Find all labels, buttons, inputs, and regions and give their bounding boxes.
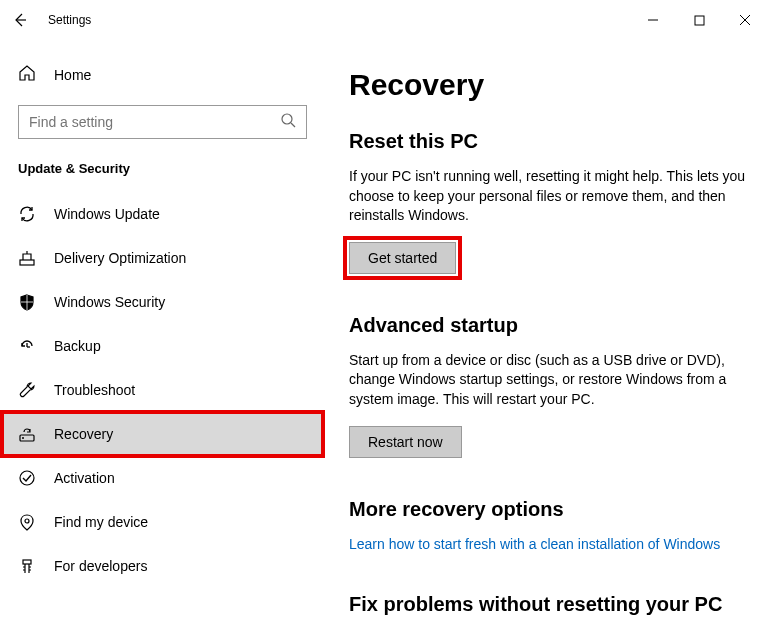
maximize-icon [694, 15, 705, 26]
home-label: Home [54, 67, 91, 83]
section-title: Advanced startup [349, 314, 749, 337]
sidebar-item-label: Delivery Optimization [54, 250, 186, 266]
window-title: Settings [48, 13, 91, 27]
backup-icon [18, 337, 36, 355]
content-area: Recovery Reset this PC If your PC isn't … [325, 40, 777, 634]
button-label: Restart now [368, 434, 443, 450]
section-more-recovery: More recovery options Learn how to start… [349, 498, 749, 553]
home-icon [18, 64, 36, 85]
section-description: Start up from a device or disc (such as … [349, 351, 749, 410]
svg-point-12 [25, 519, 29, 523]
shield-icon [18, 293, 36, 311]
sidebar-item-label: Windows Update [54, 206, 160, 222]
search-icon [280, 112, 296, 132]
close-icon [739, 14, 751, 26]
sidebar-item-label: Backup [54, 338, 101, 354]
sidebar-item-activation[interactable]: Activation [4, 456, 321, 500]
recovery-icon [18, 425, 36, 443]
sidebar-item-label: Windows Security [54, 294, 165, 310]
sidebar-item-label: Recovery [54, 426, 113, 442]
search-box[interactable] [18, 105, 307, 139]
back-button[interactable] [8, 8, 32, 32]
section-title: More recovery options [349, 498, 749, 521]
section-advanced-startup: Advanced startup Start up from a device … [349, 314, 749, 458]
minimize-button[interactable] [639, 6, 667, 34]
fresh-install-link[interactable]: Learn how to start fresh with a clean in… [349, 536, 720, 552]
svg-rect-13 [23, 560, 31, 564]
svg-point-11 [20, 471, 34, 485]
sidebar-item-label: For developers [54, 558, 147, 574]
check-circle-icon [18, 469, 36, 487]
sidebar-item-windows-security[interactable]: Windows Security [4, 280, 321, 324]
home-nav[interactable]: Home [4, 56, 321, 93]
sidebar-item-label: Troubleshoot [54, 382, 135, 398]
sidebar-item-backup[interactable]: Backup [4, 324, 321, 368]
sidebar-item-label: Activation [54, 470, 115, 486]
svg-point-10 [22, 437, 24, 439]
sidebar-item-recovery[interactable]: Recovery [4, 412, 321, 456]
get-started-button[interactable]: Get started [349, 242, 456, 274]
section-title: Fix problems without resetting your PC [349, 593, 749, 616]
close-button[interactable] [731, 6, 759, 34]
sidebar-item-delivery-optimization[interactable]: Delivery Optimization [4, 236, 321, 280]
sidebar-item-troubleshoot[interactable]: Troubleshoot [4, 368, 321, 412]
svg-rect-1 [695, 16, 704, 25]
sidebar-item-label: Find my device [54, 514, 148, 530]
category-header: Update & Security [4, 161, 321, 192]
search-input[interactable] [29, 114, 280, 130]
button-label: Get started [368, 250, 437, 266]
sidebar-item-for-developers[interactable]: For developers [4, 544, 321, 588]
restart-now-button[interactable]: Restart now [349, 426, 462, 458]
section-fix-problems: Fix problems without resetting your PC [349, 593, 749, 616]
svg-rect-6 [20, 260, 34, 265]
section-title: Reset this PC [349, 130, 749, 153]
wrench-icon [18, 381, 36, 399]
sidebar: Home Update & Security Windows Update De… [0, 40, 325, 634]
section-description: If your PC isn't running well, resetting… [349, 167, 749, 226]
svg-point-4 [282, 114, 292, 124]
sync-icon [18, 205, 36, 223]
titlebar: Settings [0, 0, 777, 40]
developers-icon [18, 557, 36, 575]
svg-line-5 [291, 123, 295, 127]
annotation-highlight [0, 410, 325, 458]
arrow-left-icon [12, 12, 28, 28]
sidebar-item-find-my-device[interactable]: Find my device [4, 500, 321, 544]
delivery-icon [18, 249, 36, 267]
maximize-button[interactable] [685, 6, 713, 34]
location-icon [18, 513, 36, 531]
page-title: Recovery [349, 68, 749, 102]
minimize-icon [647, 14, 659, 26]
section-reset-pc: Reset this PC If your PC isn't running w… [349, 130, 749, 274]
sidebar-item-windows-update[interactable]: Windows Update [4, 192, 321, 236]
